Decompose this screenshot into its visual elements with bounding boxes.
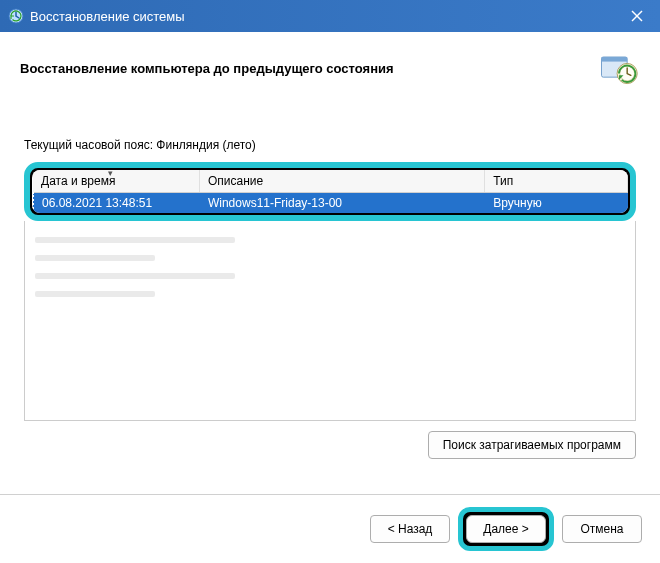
cell-type: Вручную [485,193,628,214]
table-header-row: Дата и время ▾ Описание Тип [33,170,628,193]
timezone-label: Текущий часовой пояс: Финляндия (лето) [24,138,636,152]
scan-button-row: Поиск затрагиваемых программ [24,431,636,459]
svg-rect-4 [602,57,628,62]
restore-points-table[interactable]: Дата и время ▾ Описание Тип 06.08.2021 1… [32,170,628,213]
cell-description: Windows11-Friday-13-00 [199,193,484,214]
close-icon [631,10,643,22]
restore-points-highlight: Дата и время ▾ Описание Тип 06.08.2021 1… [24,162,636,221]
close-button[interactable] [614,0,660,32]
next-button[interactable]: Далее > [466,515,546,543]
titlebar: Восстановление системы [0,0,660,32]
window-title: Восстановление системы [30,9,614,24]
restore-points-list-empty-area [24,221,636,421]
next-button-highlight: Далее > [458,507,554,551]
scan-affected-programs-button[interactable]: Поиск затрагиваемых программ [428,431,636,459]
back-button[interactable]: < Назад [370,515,450,543]
column-header-datetime[interactable]: Дата и время ▾ [33,170,199,193]
page-header: Восстановление компьютера до предыдущего… [0,32,660,98]
cancel-button[interactable]: Отмена [562,515,642,543]
faded-placeholder [35,237,235,309]
column-header-type[interactable]: Тип [485,170,628,193]
sort-desc-icon: ▾ [108,170,113,178]
content-area: Текущий часовой пояс: Финляндия (лето) Д… [0,98,660,494]
restore-clock-icon [596,46,640,90]
column-header-description[interactable]: Описание [199,170,484,193]
cell-datetime: 06.08.2021 13:48:51 [33,193,199,214]
column-header-datetime-label: Дата и время [41,174,115,188]
wizard-footer: < Назад Далее > Отмена [0,494,660,563]
page-title: Восстановление компьютера до предыдущего… [20,61,596,76]
table-row[interactable]: 06.08.2021 13:48:51 Windows11-Friday-13-… [33,193,628,214]
system-restore-icon [8,8,24,24]
system-restore-window: Восстановление системы Восстановление ко… [0,0,660,563]
